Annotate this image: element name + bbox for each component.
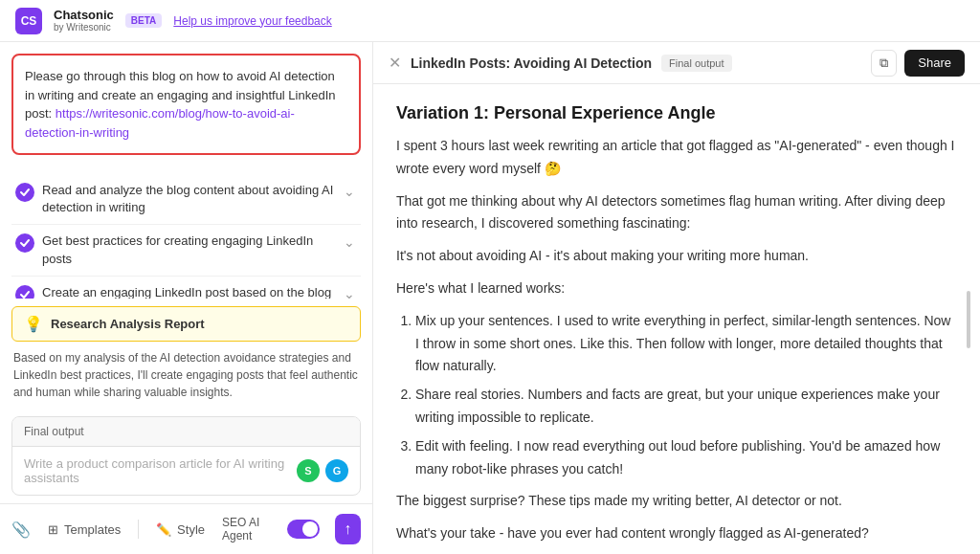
right-panel-title: LinkedIn Posts: Avoiding AI Detection [411, 55, 652, 71]
prompt-box: Please go through this blog on how to av… [11, 54, 361, 155]
send-button[interactable]: ↑ [335, 514, 361, 544]
toggle-label: SEO AI Agent [222, 516, 281, 543]
logo-icon: CS [15, 8, 42, 34]
style-button[interactable]: ✏️ Style [150, 519, 211, 541]
right-panel: ✕ LinkedIn Posts: Avoiding AI Detection … [373, 42, 980, 554]
content-para-2: That got me thinking about why AI detect… [396, 190, 957, 236]
content-para-5: The biggest surprise? These tips made my… [396, 490, 957, 513]
share-button[interactable]: Share [904, 50, 965, 77]
final-output-icons: S G [297, 459, 348, 482]
brand-name: Chatsonic [54, 8, 114, 23]
gpt-icon: G [325, 459, 348, 482]
research-title: Research Analysis Report [51, 317, 205, 331]
app-header: CS Chatsonic by Writesonic BETA Help us … [0, 0, 980, 42]
research-body: Based on my analysis of the AI detection… [11, 349, 361, 401]
bulb-icon: 💡 [24, 315, 43, 333]
content-para-6: What's your take - have you ever had con… [396, 522, 957, 545]
seo-toggle-group: SEO AI Agent [222, 516, 320, 543]
feedback-link[interactable]: Help us improve your feedback [173, 14, 331, 28]
list-item: Share real stories. Numbers and facts ar… [415, 384, 957, 430]
step-chevron-1[interactable]: ⌄ [342, 182, 357, 201]
steps-area: Read and analyze the blog content about … [0, 166, 372, 299]
close-button[interactable]: ✕ [389, 54, 401, 72]
list-item: Edit with feeling. I now read everything… [415, 435, 957, 481]
content-para-3: It's not about avoiding AI - it's about … [396, 245, 957, 268]
brand-sub: by Writesonic [54, 22, 114, 33]
brand-info: Chatsonic by Writesonic [54, 8, 114, 34]
step-item: Get best practices for creating engaging… [11, 225, 361, 276]
step-check-icon [15, 285, 34, 299]
prompt-link[interactable]: https://writesonic.com/blog/how-to-avoid… [25, 106, 295, 140]
beta-badge: BETA [125, 13, 162, 28]
right-content: Variation 1: Personal Experience Angle I… [373, 84, 980, 554]
toolbar-separator [138, 520, 139, 539]
output-badge: Final output [661, 55, 731, 72]
templates-button[interactable]: ⊞ Templates [42, 519, 126, 541]
content-para-4: Here's what I learned works: [396, 277, 957, 300]
right-header-actions: ⧉ Share [871, 50, 965, 77]
copy-button[interactable]: ⧉ [871, 50, 897, 77]
right-panel-header: ✕ LinkedIn Posts: Avoiding AI Detection … [373, 42, 980, 84]
content-para-1: I spent 3 hours last week rewriting an a… [396, 135, 957, 181]
style-icon: ✏️ [156, 522, 171, 537]
step-chevron-2[interactable]: ⌄ [342, 233, 357, 252]
step-chevron-3[interactable]: ⌄ [342, 284, 357, 299]
tips-list: Mix up your sentences. I used to write e… [396, 310, 957, 481]
final-output-header: Final output [12, 417, 360, 447]
seo-toggle[interactable] [287, 520, 320, 539]
left-panel: Please go through this blog on how to av… [0, 42, 373, 554]
variation1-title: Variation 1: Personal Experience Angle [396, 103, 957, 123]
writesonic-icon: S [297, 459, 320, 482]
main-layout: Please go through this blog on how to av… [0, 42, 980, 554]
templates-icon: ⊞ [48, 522, 58, 537]
research-section: 💡 Research Analysis Report Based on my a… [11, 306, 361, 401]
final-output-placeholder: Write a product comparison article for A… [24, 456, 297, 485]
toggle-knob [302, 521, 318, 537]
bottom-toolbar: 📎 ⊞ Templates ✏️ Style SEO AI Agent ↑ [0, 503, 372, 554]
step-text-1: Read and analyze the blog content about … [42, 182, 334, 216]
research-header: 💡 Research Analysis Report [11, 306, 361, 342]
step-item: Create an engaging LinkedIn post based o… [11, 277, 361, 299]
step-check-icon [15, 233, 34, 253]
list-item: Mix up your sentences. I used to write e… [415, 310, 957, 378]
step-text-2: Get best practices for creating engaging… [42, 233, 334, 267]
step-item: Read and analyze the blog content about … [11, 174, 361, 225]
attach-icon[interactable]: 📎 [11, 521, 31, 539]
prompt-text: Please go through this blog on how to av… [25, 67, 347, 142]
step-text-3: Create an engaging LinkedIn post based o… [42, 284, 334, 299]
step-check-icon [15, 183, 34, 202]
final-output-section: Final output Write a product comparison … [11, 416, 361, 496]
final-output-input[interactable]: Write a product comparison article for A… [12, 447, 360, 495]
